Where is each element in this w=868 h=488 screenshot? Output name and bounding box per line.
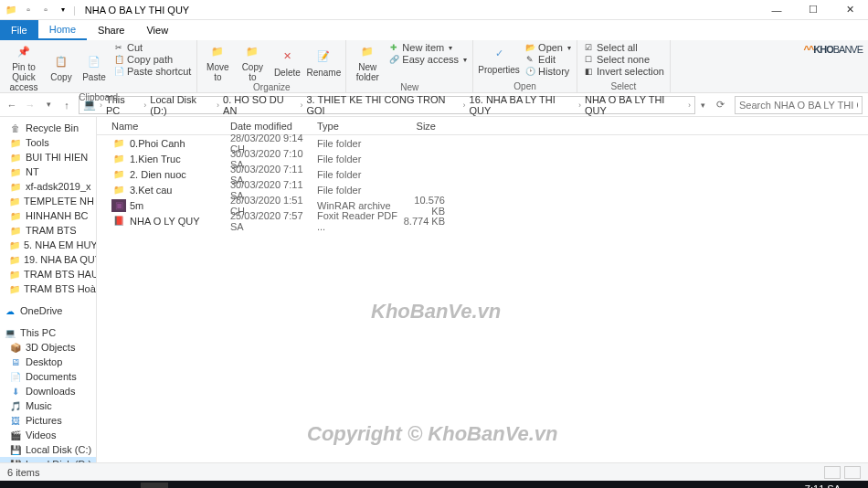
window-controls: — ☐ ✕: [758, 0, 868, 20]
file-name: 5m: [130, 200, 230, 211]
file-row[interactable]: 📁1.Kien Truc30/03/2020 7:10 SAFile folde…: [97, 151, 868, 166]
newitem-button[interactable]: ✚New item▾: [388, 42, 467, 53]
nav-item[interactable]: 📁BUI THI HIEN: [0, 150, 96, 164]
invert-button[interactable]: ◧Invert selection: [583, 66, 664, 77]
word-icon[interactable]: W: [223, 483, 250, 488]
clock[interactable]: 7:11 SA 30/03/2020: [790, 483, 841, 488]
nav-label: Documents: [26, 371, 77, 382]
explorer-icon[interactable]: 📁: [141, 483, 168, 488]
nav-item[interactable]: 🎵Music: [0, 398, 96, 413]
col-date[interactable]: Date modified: [230, 121, 317, 132]
delete-button[interactable]: ✕Delete: [272, 42, 302, 82]
taskview-button[interactable]: ▭: [86, 483, 113, 488]
app-icon[interactable]: ●: [250, 483, 278, 488]
view-icons-button[interactable]: [844, 466, 861, 479]
view-details-button[interactable]: [824, 466, 841, 479]
folder-icon: 📁: [111, 168, 126, 181]
file-row[interactable]: 📁2. Dien nuoc30/03/2020 7:11 SAFile fold…: [97, 166, 868, 182]
rename-button[interactable]: 📝Rename: [307, 42, 340, 82]
cortana-button[interactable]: ○: [58, 483, 86, 488]
refresh-button[interactable]: ⟳: [711, 99, 729, 111]
edit-button[interactable]: ✎Edit: [524, 54, 571, 65]
nav-item[interactable]: 📁TRAM BTS: [0, 223, 96, 238]
thispc-label: This PC: [20, 327, 56, 338]
qat-icon[interactable]: ▫: [38, 3, 53, 17]
nav-item[interactable]: 💾Local Disk (C:): [0, 442, 96, 457]
tab-view[interactable]: View: [135, 20, 179, 40]
nav-item[interactable]: 📁TRAM BTS HAU: [0, 267, 96, 281]
nav-pane[interactable]: 🗑Recycle Bin📁Tools📁BUI THI HIEN📁NT📁xf-ad…: [0, 117, 97, 462]
nav-label: Downloads: [26, 386, 75, 397]
app-icon[interactable]: ◉: [333, 483, 360, 488]
search-input[interactable]: [735, 96, 863, 114]
newfolder-button[interactable]: 📁New folder: [352, 42, 383, 82]
search-button[interactable]: 🔍: [31, 483, 58, 488]
nav-item[interactable]: 🖼Pictures: [0, 413, 96, 428]
thispc-item[interactable]: 💻This PC: [0, 325, 96, 340]
nav-item[interactable]: 📁HINHANH BC: [0, 208, 96, 223]
copy-button[interactable]: 📋Copy: [48, 42, 75, 92]
shortcut-button[interactable]: 📄Paste shortcut: [113, 66, 191, 77]
maximize-button[interactable]: ☐: [795, 0, 831, 20]
selectall-button[interactable]: ☑Select all: [583, 42, 664, 53]
open-button[interactable]: 📂Open▾: [524, 42, 571, 53]
tab-file[interactable]: File: [0, 20, 38, 40]
crumb[interactable]: 16. NHA BA LY THI QUY: [470, 94, 575, 116]
crumb[interactable]: 0. HO SO DU AN: [223, 94, 296, 116]
col-name[interactable]: Name: [111, 121, 230, 132]
crumb[interactable]: 3. THIET KE THI CONG TRON GOI: [307, 94, 460, 116]
nav-item[interactable]: 📁TRAM BTS Hoàn: [0, 281, 96, 296]
close-button[interactable]: ✕: [831, 0, 868, 20]
col-type[interactable]: Type: [317, 121, 381, 132]
nav-item[interactable]: 📁TEMPLETE NH: [0, 194, 96, 208]
file-type: File folder: [317, 138, 399, 149]
watermark-text: KhoBanVe.vn: [371, 300, 501, 324]
start-button[interactable]: ⊞: [4, 483, 31, 488]
nav-item[interactable]: 📁5. NHA EM HUYE: [0, 238, 96, 252]
nav-item[interactable]: 💾Local Disk (D:): [0, 457, 96, 462]
qat-icon[interactable]: ▫: [21, 3, 36, 17]
nav-item[interactable]: 🖥Desktop: [0, 355, 96, 369]
selectnone-button[interactable]: ☐Select none: [583, 54, 664, 65]
minimize-button[interactable]: —: [758, 0, 795, 20]
column-headers[interactable]: Name Date modified Type Size: [97, 117, 868, 135]
nav-item[interactable]: ⬇Downloads: [0, 384, 96, 398]
nav-label: Desktop: [26, 356, 62, 367]
file-row[interactable]: ▣5m28/03/2020 1:51 CHWinRAR archive10.57…: [97, 197, 868, 213]
nav-item[interactable]: 📁Tools: [0, 135, 96, 150]
taskbar[interactable]: ⊞ 🔍 ○ ▭ e 📁 X ▦ W ● Z ▶ ◉ ^ ☁ 🖧 🔊 ENG 7:…: [0, 481, 868, 488]
copypath-button[interactable]: 📋Copy path: [113, 54, 191, 65]
qat-dropdown-icon[interactable]: ▾: [56, 3, 70, 17]
copyto-button[interactable]: 📁Copy to: [238, 42, 267, 82]
crumb[interactable]: NHA O BA LY THI QUY: [585, 94, 684, 116]
nav-item[interactable]: 📁xf-adsk2019_x: [0, 179, 96, 194]
properties-button[interactable]: ✓Properties: [479, 42, 519, 77]
easyaccess-button[interactable]: 🔗Easy access▾: [388, 54, 467, 65]
nav-item[interactable]: 🗑Recycle Bin: [0, 121, 96, 135]
app-icon[interactable]: ▦: [196, 483, 223, 488]
edge-icon[interactable]: e: [113, 483, 141, 488]
file-row[interactable]: 📕NHA O LY QUY25/03/2020 7:57 SAFoxit Rea…: [97, 213, 868, 228]
nav-item[interactable]: 🎬Videos: [0, 428, 96, 442]
tab-home[interactable]: Home: [38, 20, 87, 40]
tab-share[interactable]: Share: [87, 20, 135, 40]
select-list: ☑Select all ☐Select none ◧Invert selecti…: [583, 42, 664, 77]
moveto-button[interactable]: 📁Move to: [203, 42, 232, 82]
file-row[interactable]: 📁0.Phoi Canh28/03/2020 9:14 CHFile folde…: [97, 135, 868, 151]
nav-item[interactable]: 📁19. NHA BA QUY: [0, 252, 96, 267]
app-icon[interactable]: ▶: [305, 483, 333, 488]
system-tray[interactable]: ^ ☁ 🖧 🔊 ENG 7:11 SA 30/03/2020 💬: [694, 483, 864, 488]
history-button[interactable]: 🕑History: [524, 66, 571, 77]
col-size[interactable]: Size: [381, 121, 436, 132]
nav-item[interactable]: 📄Documents: [0, 369, 96, 384]
dropdown-icon[interactable]: ▾: [701, 101, 705, 110]
nav-item[interactable]: 📁NT: [0, 164, 96, 179]
onedrive-item[interactable]: ☁OneDrive: [0, 303, 96, 318]
cut-button[interactable]: ✂Cut: [113, 42, 191, 53]
excel-icon[interactable]: X: [168, 483, 196, 488]
nav-item[interactable]: 📦3D Objects: [0, 340, 96, 355]
pin-button[interactable]: 📌Pin to Quick access: [5, 42, 42, 92]
file-row[interactable]: 📁3.Ket cau30/03/2020 7:11 SAFile folder: [97, 182, 868, 197]
zalo-icon[interactable]: Z: [278, 483, 305, 488]
paste-button[interactable]: 📄Paste: [80, 42, 108, 92]
